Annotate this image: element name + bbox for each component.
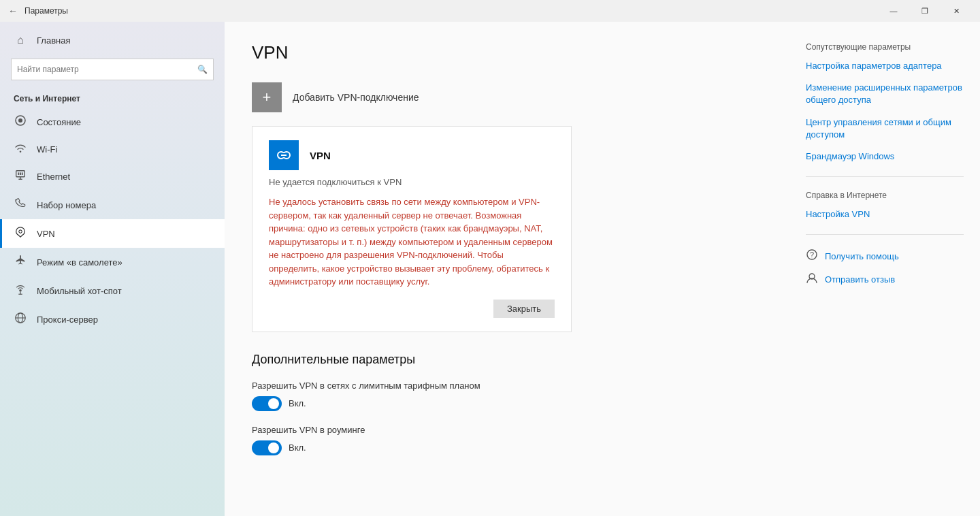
svg-point-8 bbox=[19, 230, 22, 233]
titlebar: ← Параметры — ❐ ✕ bbox=[0, 0, 980, 22]
vpn-card: VPN Не удается подключиться к VPN Не уда… bbox=[252, 126, 572, 332]
close-button[interactable]: ✕ bbox=[941, 0, 972, 22]
vpn-card-subtitle: Не удается подключиться к VPN bbox=[269, 177, 555, 187]
setting-roaming-label: Разрешить VPN в роуминге bbox=[252, 425, 762, 435]
right-divider-2 bbox=[806, 234, 964, 235]
dialup-label: Набор номера bbox=[37, 200, 96, 210]
link-get-help[interactable]: Получить помощь bbox=[825, 251, 899, 261]
sidebar-item-dialup[interactable]: Набор номера bbox=[0, 191, 225, 219]
vpn-icon bbox=[14, 226, 27, 241]
toggle-roaming-thumb bbox=[268, 442, 279, 453]
svg-rect-7 bbox=[22, 172, 23, 175]
vpn-card-name: VPN bbox=[310, 150, 331, 161]
link-vpn-setup[interactable]: Настройка VPN bbox=[806, 208, 964, 221]
setting-roaming-toggle-row: Вкл. bbox=[252, 440, 762, 455]
right-divider bbox=[806, 176, 964, 177]
svg-rect-5 bbox=[18, 172, 19, 175]
search-icon[interactable]: 🔍 bbox=[197, 65, 208, 74]
sidebar-item-hotspot[interactable]: Мобильный хот-спот bbox=[0, 276, 225, 305]
setting-metered-label: Разрешить VPN в сетях с лимитным тарифны… bbox=[252, 381, 762, 391]
ethernet-icon bbox=[14, 169, 27, 184]
link-firewall[interactable]: Брандмауэр Windows bbox=[806, 150, 964, 163]
sidebar: ⌂ Главная 🔍 Сеть и Интернет Состояние bbox=[0, 22, 225, 516]
setting-metered: Разрешить VPN в сетях с лимитным тарифны… bbox=[252, 381, 762, 411]
add-vpn-row[interactable]: + Добавить VPN-подключение bbox=[252, 82, 762, 112]
minimize-button[interactable]: — bbox=[878, 0, 909, 22]
toggle-metered[interactable] bbox=[252, 396, 282, 411]
help-row-feedback[interactable]: Отправить отзыв bbox=[806, 272, 964, 287]
svg-rect-6 bbox=[20, 172, 21, 175]
app-container: ⌂ Главная 🔍 Сеть и Интернет Состояние bbox=[0, 22, 980, 516]
ethernet-label: Ethernet bbox=[37, 172, 70, 182]
restore-button[interactable]: ❐ bbox=[909, 0, 941, 22]
sidebar-item-ethernet[interactable]: Ethernet bbox=[0, 162, 225, 191]
window-controls: — ❐ ✕ bbox=[878, 0, 972, 22]
main-content: VPN + Добавить VPN-подключение bbox=[225, 22, 789, 516]
proxy-label: Прокси-сервер bbox=[37, 315, 98, 325]
setting-metered-toggle-row: Вкл. bbox=[252, 396, 762, 411]
airplane-icon bbox=[14, 255, 27, 270]
link-adapter[interactable]: Настройка параметров адаптера bbox=[806, 60, 964, 72]
svg-point-9 bbox=[19, 289, 22, 292]
related-params-title: Сопутствующие параметры bbox=[806, 42, 964, 52]
additional-settings-title: Дополнительные параметры bbox=[252, 353, 762, 367]
sidebar-item-proxy[interactable]: Прокси-сервер bbox=[0, 305, 225, 334]
add-vpn-label: Добавить VPN-подключение bbox=[293, 92, 419, 103]
hotspot-icon bbox=[14, 283, 27, 298]
airplane-label: Режим «в самолете» bbox=[37, 257, 122, 268]
home-icon: ⌂ bbox=[14, 34, 27, 46]
link-advanced[interactable]: Изменение расширенных параметров общего … bbox=[806, 82, 964, 106]
get-help-icon: ? bbox=[806, 248, 818, 263]
toggle-roaming-track[interactable] bbox=[252, 440, 282, 455]
link-feedback[interactable]: Отправить отзыв bbox=[825, 274, 895, 285]
toggle-roaming[interactable] bbox=[252, 440, 282, 455]
sidebar-item-home[interactable]: ⌂ Главная bbox=[0, 27, 225, 53]
state-label: Состояние bbox=[37, 117, 81, 127]
help-row-get-help[interactable]: ? Получить помощь bbox=[806, 248, 964, 263]
toggle-metered-status: Вкл. bbox=[289, 398, 306, 408]
home-label: Главная bbox=[37, 35, 70, 46]
vpn-card-footer: Закрыть bbox=[269, 300, 555, 318]
wifi-icon bbox=[14, 143, 27, 155]
toggle-metered-track[interactable] bbox=[252, 396, 282, 411]
app-title: Параметры bbox=[24, 6, 878, 16]
link-network-center[interactable]: Центр управления сетями и общим доступом bbox=[806, 116, 964, 141]
vpn-label: VPN bbox=[37, 229, 55, 239]
feedback-icon bbox=[806, 272, 818, 287]
svg-text:?: ? bbox=[810, 251, 814, 259]
setting-roaming: Разрешить VPN в роуминге Вкл. bbox=[252, 425, 762, 455]
vpn-card-icon bbox=[269, 140, 299, 170]
close-vpn-button[interactable]: Закрыть bbox=[493, 300, 555, 318]
hotspot-label: Мобильный хот-спот bbox=[37, 286, 122, 296]
vpn-card-header: VPN bbox=[269, 140, 555, 170]
page-title: VPN bbox=[252, 42, 762, 63]
right-panel: Сопутствующие параметры Настройка параме… bbox=[789, 22, 980, 516]
sidebar-category: Сеть и Интернет bbox=[0, 88, 225, 108]
toggle-roaming-status: Вкл. bbox=[289, 442, 306, 453]
toggle-metered-thumb bbox=[268, 398, 279, 409]
help-title: Справка в Интернете bbox=[806, 191, 964, 200]
wifi-label: Wi-Fi bbox=[37, 144, 57, 155]
search-box[interactable]: 🔍 bbox=[11, 59, 214, 80]
sidebar-item-state[interactable]: Состояние bbox=[0, 108, 225, 136]
dialup-icon bbox=[14, 197, 27, 212]
sidebar-item-vpn[interactable]: VPN bbox=[0, 219, 225, 248]
vpn-card-error: Не удалось установить связь по сети межд… bbox=[269, 195, 555, 289]
svg-point-1 bbox=[18, 118, 22, 123]
proxy-icon bbox=[14, 312, 27, 327]
sidebar-item-airplane[interactable]: Режим «в самолете» bbox=[0, 248, 225, 276]
back-button[interactable]: ← bbox=[8, 5, 18, 16]
state-icon bbox=[14, 114, 27, 129]
sidebar-item-wifi[interactable]: Wi-Fi bbox=[0, 136, 225, 162]
add-vpn-icon: + bbox=[252, 82, 282, 112]
search-input[interactable] bbox=[17, 65, 197, 74]
